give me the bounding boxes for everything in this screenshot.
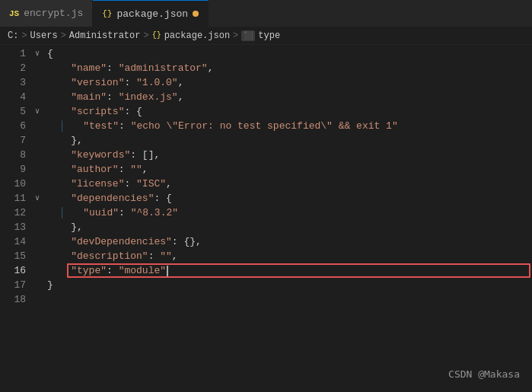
breadcrumb-users: Users [30,30,58,41]
code-line-13: }, [32,220,532,234]
breadcrumb-sym-icon: ⬛ [241,30,255,41]
code-line-18 [32,292,532,307]
line-numbers: 1 2 3 4 5 6 7 8 9 10 11 12 13 14 15 16 1… [0,45,32,392]
code-line-8: "keywords": [], [32,148,532,162]
code-line-11: "dependencies": { [32,191,532,206]
breadcrumb: C: > Users > Administrator > {} package.… [0,27,532,45]
code-line-5: "scripts": { [32,104,532,119]
breadcrumb-file: package.json [164,30,230,41]
breadcrumb-symbol: type [258,30,280,41]
code-line-9: "author": "", [32,162,532,177]
tab-label-package-json: package.json [116,8,188,20]
editor: 1 2 3 4 5 6 7 8 9 10 11 12 13 14 15 16 1… [0,45,532,392]
code-line-4: "main": "index.js", [32,90,532,104]
tab-encrypt-js[interactable]: JS encrypt.js [0,0,93,27]
code-line-2: "name": "administrator", [32,61,532,75]
code-line-15: "description": "", [32,249,532,263]
code-line-1: { [32,46,532,61]
code-line-12: │ "uuid": "^8.3.2" [32,206,532,220]
code-line-7: }, [32,133,532,148]
code-area[interactable]: { "name": "administrator", "version": "1… [32,45,532,392]
code-line-14: "devDependencies": {}, [32,234,532,249]
breadcrumb-admin: Administrator [69,30,141,41]
fold-arrow-5[interactable] [35,104,47,119]
modified-dot [193,11,199,17]
code-line-3: "version": "1.0.0", [32,75,532,90]
watermark: CSDN @Makasa [448,368,520,380]
tab-label-encrypt-js: encrypt.js [24,8,83,19]
fold-arrow-11[interactable] [35,191,47,206]
code-line-16: "type": "module" [32,263,532,278]
json-icon: {} [102,9,112,18]
tab-package-json[interactable]: {} package.json [93,0,209,27]
code-line-17: } [32,278,532,292]
breadcrumb-drive: C: [8,30,18,41]
breadcrumb-json-icon: {} [152,31,161,40]
js-icon: JS [9,9,19,18]
code-line-6: │ "test": "echo \"Error: no test specifi… [32,119,532,133]
code-line-10: "license": "ISC", [32,177,532,191]
tab-bar: JS encrypt.js {} package.json [0,0,532,27]
fold-arrow-1[interactable] [35,46,47,61]
